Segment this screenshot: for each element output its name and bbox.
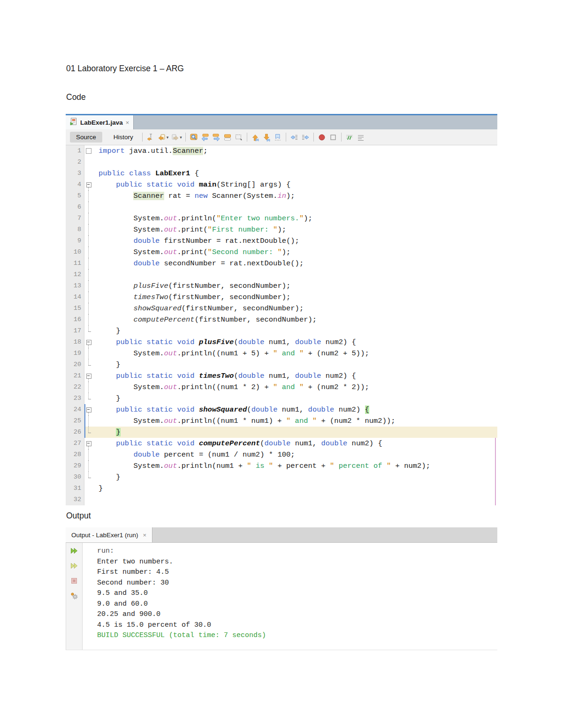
code-line: 20 } [66,359,497,370]
rectangular-selection-icon[interactable] [233,132,244,143]
output-tab-close-icon[interactable]: × [143,532,147,538]
output-console: run:Enter two numbers.First number: 4.5S… [83,543,266,650]
dropdown-caret-icon[interactable]: ▾ [167,135,169,140]
code-text: showSquared(firstNumber, secondNumber); [95,303,497,314]
code-line: 31} [66,483,497,494]
stop-run-icon[interactable] [69,576,79,585]
fold-collapse-icon[interactable] [86,441,91,446]
rerun-icon[interactable] [69,546,79,555]
code-text: System.out.println((num1 + 5) + " and " … [95,348,497,359]
code-line: 22 System.out.println((num1 * 2) + " and… [66,382,497,393]
fold-margin [84,280,95,292]
code-line: 26 } [66,427,497,438]
fold-guide-line [88,202,89,213]
shift-line-left-icon[interactable] [289,132,300,143]
code-text [95,202,497,213]
code-line: 18 public static void plusFive(double nu… [66,337,497,348]
fold-margin [84,292,95,303]
fold-margin[interactable] [84,179,95,190]
code-line: 2 [66,157,497,168]
output-line: 9.0 and 60.0 [97,599,266,610]
code-text: System.out.println((num1 * 2) + " and " … [95,382,497,393]
code-text: timesTwo(firstNumber, secondNumber); [95,292,497,303]
code-text: } [95,359,497,370]
back-icon[interactable] [156,132,167,143]
fold-margin [84,427,95,438]
line-number: 12 [66,269,84,280]
code-line: 13 plusFive(firstNumber, secondNumber); [66,280,497,292]
code-line: 4 public static void main(String[] args)… [66,179,497,190]
code-line: 28 double percent = (num1 / num2) * 100; [66,449,497,460]
breakpoint-icon[interactable] [316,132,327,143]
output-line: BUILD SUCCESSFUL (total time: 7 seconds) [97,630,266,641]
line-number: 24 [66,404,84,415]
fold-margin[interactable] [84,337,95,348]
toggle-bookmark-icon[interactable] [272,132,283,143]
find-selection-icon[interactable] [188,132,199,143]
fold-end-marker [88,433,91,433]
fold-guide-line [88,269,89,280]
forward-icon[interactable] [169,132,181,143]
ant-settings-icon[interactable] [69,591,79,600]
fold-guide-line [88,460,89,472]
output-line: 20.25 and 900.0 [97,609,266,620]
code-line: 6 [66,202,497,213]
line-number: 15 [66,303,84,314]
line-number: 18 [66,337,84,348]
fold-guide-line [88,359,89,365]
fold-margin[interactable] [84,370,95,382]
fold-margin [84,483,95,494]
code-line: 16 computePercent(firstNumber, secondNum… [66,314,497,325]
code-text: } [95,472,497,483]
fold-collapse-icon[interactable] [86,182,91,188]
fold-margin [84,348,95,359]
fold-guide-line [88,393,89,399]
uncomment-icon[interactable] [355,132,366,143]
code-editor-area[interactable]: 1import java.util.Scanner;23public class… [66,145,497,505]
fold-margin[interactable] [84,438,95,449]
previous-occurrence-icon[interactable] [199,132,211,143]
fold-guide-line [88,325,89,331]
line-number: 31 [66,483,84,494]
code-text: double firstNumber = rat.nextDouble(); [95,235,497,247]
fold-collapse-icon[interactable] [86,340,91,345]
fold-margin[interactable] [84,404,95,415]
code-text: public static void timesTwo(double num1,… [95,370,497,382]
code-line: 32 [66,494,497,505]
code-line: 24 public static void showSquared(double… [66,404,497,415]
history-view-button[interactable]: History [107,132,140,143]
toolbar-separator [185,133,186,142]
fold-margin [84,145,95,157]
fold-collapse-icon[interactable] [86,407,91,413]
toolbar-separator [313,133,314,142]
line-number: 16 [66,314,84,325]
fold-collapse-icon[interactable] [86,374,91,379]
previous-bookmark-icon[interactable] [250,132,261,143]
code-line: 30 } [66,472,497,483]
rerun-changed-icon[interactable] [69,561,79,570]
shift-line-right-icon[interactable] [300,132,311,143]
output-line: 9.5 and 35.0 [97,588,266,599]
fold-guide-line [88,224,89,235]
fold-guide-line [88,292,89,303]
tab-output-labexer1-run[interactable]: Output - LabExer1 (run) × [66,527,152,542]
fold-margin [84,393,95,404]
tab-labexer1-java[interactable]: LabExer1.java × [66,115,134,129]
line-number: 8 [66,224,84,235]
stop-macro-icon[interactable] [327,132,339,143]
toggle-highlight-icon[interactable] [222,132,233,143]
next-bookmark-icon[interactable] [261,132,272,143]
next-occurrence-icon[interactable] [211,132,222,143]
last-edit-position-icon[interactable] [145,132,156,143]
comment-icon[interactable] [344,132,355,143]
fold-guide-line [88,213,89,224]
fold-margin [84,157,95,168]
fold-end-marker [88,365,91,366]
editor-tab-close-icon[interactable]: × [126,120,129,126]
code-text: double percent = (num1 / num2) * 100; [95,449,497,460]
dropdown-caret-icon[interactable]: ▾ [180,135,182,140]
fold-margin [84,303,95,314]
document-title: 01 Laboratory Exercise 1 – ARG [66,64,184,74]
source-view-button[interactable]: Source [70,132,102,143]
code-text: computePercent(firstNumber, secondNumber… [95,314,497,325]
